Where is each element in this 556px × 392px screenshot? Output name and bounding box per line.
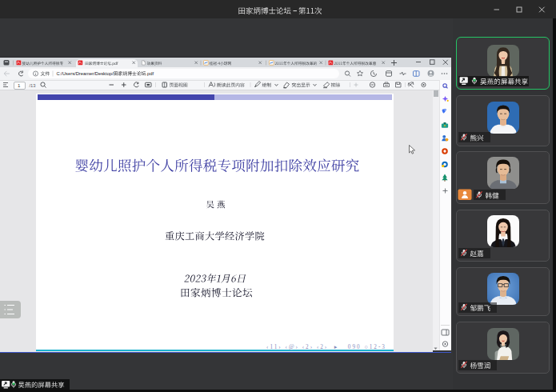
svg-text:/13: /13 (30, 83, 36, 88)
svg-text:C:/Users/Dreamer/Desktop/: C:/Users/Dreamer/Desktop/ (57, 71, 114, 76)
svg-text:.pdf: .pdf (146, 71, 154, 76)
svg-text:‹11› ‹@› ‹2› ‹2› ▸ 090 ○12-: ‹11› ‹@› ‹2› ‹2› ▸ 090 ○12-3 (266, 344, 386, 350)
svg-text:1: 1 (18, 83, 21, 88)
